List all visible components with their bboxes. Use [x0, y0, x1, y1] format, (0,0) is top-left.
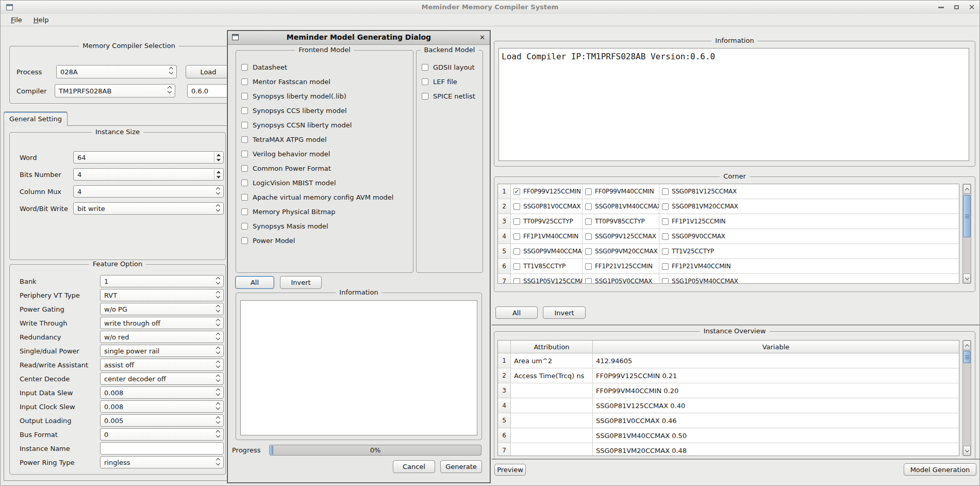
- model-checkbox[interactable]: [241, 208, 248, 215]
- model-checkbox[interactable]: [241, 64, 248, 71]
- corner-checkbox[interactable]: [513, 233, 520, 240]
- spin-down[interactable]: [214, 157, 223, 163]
- model-checkbox[interactable]: [241, 136, 248, 143]
- model-checkbox[interactable]: [241, 78, 248, 85]
- scroll-up-button[interactable]: [963, 341, 971, 350]
- spin-down[interactable]: [214, 174, 223, 180]
- scrollbar-thumb[interactable]: [963, 195, 971, 237]
- spin-arrows-icon[interactable]: [214, 152, 223, 163]
- corner-invert-button[interactable]: Invert: [543, 306, 586, 319]
- corner-checkbox[interactable]: [513, 188, 520, 195]
- corner-checkbox[interactable]: [585, 278, 592, 284]
- corner-checkbox[interactable]: [662, 218, 669, 225]
- corner-checkbox[interactable]: [585, 203, 592, 210]
- table-row[interactable]: 6 SSG0P81VM40CCMAX 0.50: [498, 428, 959, 443]
- field-control[interactable]: ringless: [100, 456, 224, 468]
- corner-checkbox[interactable]: [662, 263, 669, 270]
- model-checkbox[interactable]: [241, 194, 248, 201]
- overview-scrollbar[interactable]: [962, 340, 971, 456]
- compiler-combo[interactable]: TM1PRFS028AB: [55, 84, 175, 98]
- field-control[interactable]: center decoder off: [100, 372, 224, 385]
- field-control[interactable]: 4: [73, 185, 224, 198]
- corner-checkbox[interactable]: [513, 248, 520, 255]
- menu-help[interactable]: Help: [32, 15, 51, 24]
- minimize-button[interactable]: [937, 4, 944, 11]
- field-control[interactable]: RVT: [100, 289, 224, 301]
- field-control[interactable]: assist off: [100, 359, 224, 371]
- model-checkbox[interactable]: [422, 78, 428, 85]
- field-control[interactable]: w/o PG: [100, 303, 224, 315]
- model-checkbox[interactable]: [241, 93, 248, 100]
- model-checkbox[interactable]: [241, 107, 248, 114]
- model-checkbox[interactable]: [241, 180, 248, 186]
- table-row[interactable]: 1 Area um^2 412.94605: [498, 353, 959, 368]
- model-checkbox[interactable]: [422, 93, 428, 100]
- frontend-model-option: Apache virtual memory config AVM model: [241, 190, 413, 204]
- corner-checkbox[interactable]: [662, 278, 669, 284]
- dialog-all-button[interactable]: All: [235, 276, 274, 289]
- field-control[interactable]: 0.008: [100, 386, 224, 399]
- information-textarea[interactable]: Load Compiler IP:TM1PRFS028AB Version:0.…: [499, 48, 969, 161]
- field-control[interactable]: w/o red: [100, 331, 224, 343]
- model-checkbox[interactable]: [241, 151, 248, 157]
- dialog-close-button[interactable]: ✕: [479, 34, 485, 41]
- corner-scrollbar[interactable]: [962, 184, 971, 284]
- scrollbar-thumb[interactable]: [963, 351, 971, 363]
- corner-checkbox[interactable]: [662, 203, 669, 210]
- field-control[interactable]: 4: [73, 168, 224, 181]
- cancel-button[interactable]: Cancel: [393, 460, 435, 473]
- field-control[interactable]: 64: [73, 151, 224, 164]
- table-row[interactable]: 2 Access Time(Trcq) ns FF0P99V125CCMIN 0…: [498, 368, 959, 383]
- maximize-button[interactable]: [953, 4, 960, 11]
- instance-size-group: Instance Size Word 64 Bits Number 4: [9, 132, 226, 260]
- model-checkbox[interactable]: [241, 122, 248, 128]
- model-checkbox[interactable]: [241, 165, 248, 172]
- field-control[interactable]: [100, 442, 224, 455]
- close-button[interactable]: ✕: [968, 4, 975, 11]
- field-control[interactable]: 1: [100, 275, 224, 287]
- table-row[interactable]: 3 FF0P99VM40CCMIN 0.20: [498, 383, 959, 398]
- corner-all-button[interactable]: All: [495, 306, 538, 319]
- scroll-down-button[interactable]: [963, 273, 971, 283]
- spin-up[interactable]: [214, 152, 223, 157]
- scroll-up-button[interactable]: [963, 184, 971, 194]
- preview-button[interactable]: Preview: [494, 464, 526, 476]
- corner-checkbox[interactable]: [513, 203, 520, 210]
- field-control[interactable]: write through off: [100, 317, 224, 329]
- field-control[interactable]: 0: [100, 428, 224, 441]
- generate-button[interactable]: Generate: [440, 460, 482, 473]
- model-checkbox[interactable]: [422, 64, 428, 71]
- corner-checkbox[interactable]: [513, 278, 520, 284]
- corner-checkbox[interactable]: [585, 188, 592, 195]
- menu-file[interactable]: File: [9, 15, 24, 24]
- load-button[interactable]: Load: [186, 65, 231, 78]
- table-row[interactable]: 7 SSG0P81VM20CCMAX 0.48: [498, 443, 959, 456]
- corner-checkbox[interactable]: [662, 233, 669, 240]
- table-row[interactable]: 4 SSG0P81V125CCMAX 0.40: [498, 398, 959, 413]
- corner-checkbox[interactable]: [585, 248, 592, 255]
- field-control[interactable]: 0.008: [100, 400, 224, 413]
- field-control[interactable]: single power rail: [100, 345, 224, 357]
- spin-up[interactable]: [214, 169, 223, 174]
- corner-checkbox[interactable]: [585, 233, 592, 240]
- field-control[interactable]: 0.005: [100, 414, 224, 427]
- corner-checkbox[interactable]: [662, 188, 669, 195]
- corner-checkbox[interactable]: [513, 218, 520, 225]
- scroll-down-button[interactable]: [963, 446, 971, 456]
- field-control[interactable]: bit write: [73, 202, 224, 215]
- tab-general-setting[interactable]: General Setting: [4, 111, 68, 126]
- corner-checkbox[interactable]: [513, 263, 520, 270]
- spin-arrows-icon[interactable]: [214, 169, 223, 180]
- model-checkbox[interactable]: [241, 237, 248, 244]
- corner-checkbox[interactable]: [662, 248, 669, 255]
- model-checkbox[interactable]: [241, 223, 248, 230]
- corner-checkbox[interactable]: [585, 218, 592, 225]
- model-generation-button[interactable]: Model Generation: [904, 463, 976, 476]
- table-row[interactable]: 5 SSG0P81V0CCMAX 0.46: [498, 413, 959, 428]
- corner-checkbox[interactable]: [585, 263, 592, 270]
- process-combo[interactable]: 028A: [56, 65, 177, 78]
- version-field[interactable]: 0.6.0: [187, 84, 230, 98]
- field-label: Word/Bit Write: [20, 205, 73, 213]
- dialog-invert-button[interactable]: Invert: [280, 276, 322, 289]
- dialog-information-textarea[interactable]: [240, 300, 477, 435]
